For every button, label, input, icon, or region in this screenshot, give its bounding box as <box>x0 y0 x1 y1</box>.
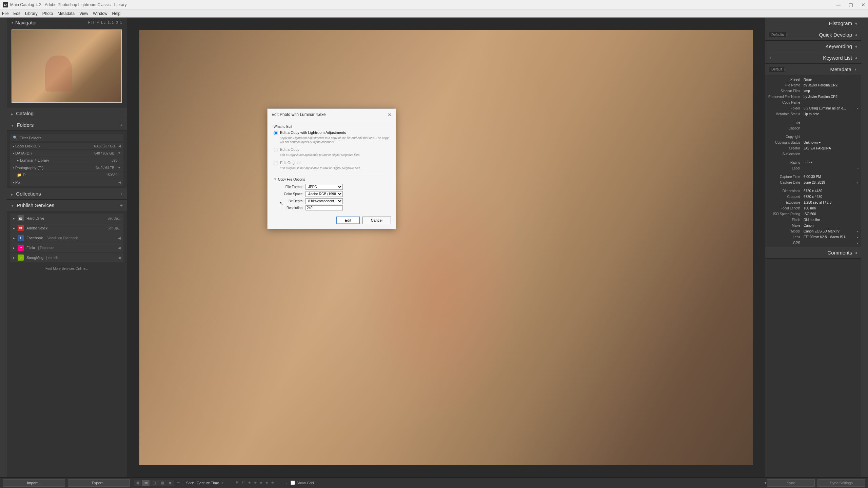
metadata-header[interactable]: Default÷ Metadata▼ <box>765 64 861 75</box>
left-panel-edge[interactable] <box>0 18 7 477</box>
toolbar-dropdown-icon[interactable]: ▼ <box>764 481 767 485</box>
navigator-toggle[interactable]: ▼ <box>11 21 14 24</box>
publish-row[interactable]: ▸fFacebook| Vanelli on Facebook◀ <box>10 233 123 243</box>
metadata-row[interactable]: Copyright StatusUnknown ÷ <box>765 140 861 145</box>
right-panel-edge[interactable] <box>861 18 868 477</box>
painter-icon[interactable]: ✏ <box>177 481 180 485</box>
next-photo-icon[interactable]: → <box>284 481 288 485</box>
metadata-row[interactable]: LensEF100mm f/2.8L Macro IS U▸ <box>765 234 861 240</box>
folder-row[interactable]: ▪ Photography (E:)34.9 / 64 TB▼ <box>10 164 123 171</box>
add-folder-icon[interactable]: + <box>120 122 123 128</box>
metadata-row[interactable]: Copyright <box>765 134 861 140</box>
metadata-row[interactable]: PresetNone <box>765 77 861 82</box>
metadata-row[interactable]: Preserved File Nameby Javier Pardina.CR2 <box>765 94 861 100</box>
folder-row[interactable]: ▪ Pb◀ <box>10 179 123 186</box>
publish-row[interactable]: ▸••Flickr| Exposure◀ <box>10 243 123 252</box>
keywording-header[interactable]: Keywording◀ <box>765 41 861 52</box>
metadata-row[interactable]: Exposure1/250 sec at f / 2.8 <box>765 200 861 205</box>
copy-file-options-toggle[interactable]: ▼ Copy File Options <box>274 178 390 181</box>
color-space-select[interactable]: Adobe RGB (1998) <box>305 191 343 197</box>
flag-pick-icon[interactable]: ⚑ <box>236 481 239 485</box>
maximize-button[interactable]: ▢ <box>849 2 853 7</box>
find-more-services[interactable]: Find More Services Online... <box>7 265 127 272</box>
folder-row[interactable]: ▪ DATA (D:)640 / 932 GB▼ <box>10 150 123 157</box>
resolution-input[interactable] <box>305 205 343 210</box>
image-viewer[interactable] <box>127 18 765 477</box>
prev-photo-icon[interactable]: ← <box>278 481 281 485</box>
metadata-row[interactable]: Rating· · · · · <box>765 160 861 165</box>
metadata-row[interactable]: ModelCanon EOS 5D Mark IV▸ <box>765 228 861 234</box>
navigator-zoom[interactable]: FIT FILL 1:1 3:1 <box>88 21 123 24</box>
menu-library[interactable]: Library <box>25 11 38 16</box>
sort-value[interactable]: Capture Time <box>197 481 219 485</box>
metadata-row[interactable]: Capture Time6:00:30 PM <box>765 174 861 180</box>
view-grid-icon[interactable]: ▦ <box>134 480 141 486</box>
metadata-row[interactable]: Caption <box>765 125 861 131</box>
export-button[interactable]: Export... <box>68 479 130 487</box>
histogram-header[interactable]: Histogram◀ <box>765 18 861 29</box>
menu-photo[interactable]: Photo <box>42 11 53 16</box>
collections-header[interactable]: ▶ Collections + <box>7 188 127 200</box>
filter-folders[interactable]: 🔍 Filter Folders <box>10 134 123 141</box>
comments-header[interactable]: Comments◀ <box>765 247 861 259</box>
metadata-row[interactable]: CreatorJAVIER PARDINA <box>765 145 861 151</box>
metadata-row[interactable]: Sidecar Filesxmp <box>765 88 861 94</box>
close-button[interactable]: ✕ <box>861 2 865 7</box>
folders-header[interactable]: ▼ Folders + <box>7 119 127 131</box>
minimize-button[interactable]: — <box>836 2 841 7</box>
metadata-row[interactable]: File Nameby Javier Pardina.CR2 <box>765 82 861 88</box>
file-format-select[interactable]: JPEG <box>305 184 343 190</box>
menu-help[interactable]: Help <box>112 11 121 16</box>
radio-copy-with-adjustments[interactable] <box>274 131 278 135</box>
publish-row[interactable]: ▸⌣SmugMug| vanelli◀ <box>10 253 123 262</box>
metadata-row[interactable]: Label▫ <box>765 165 861 171</box>
view-loupe-icon[interactable]: ▭ <box>142 480 150 486</box>
publish-header[interactable]: ▼ Publish Services + <box>7 200 127 211</box>
metadata-row[interactable]: Sublocation <box>765 151 861 157</box>
metadata-row[interactable]: Focal Length100 mm <box>765 205 861 211</box>
add-keyword-icon[interactable]: + <box>769 55 772 61</box>
import-button[interactable]: Import... <box>3 479 65 487</box>
menu-edit[interactable]: Edit <box>13 11 20 16</box>
edit-button[interactable]: Edit <box>336 217 360 224</box>
metadata-row[interactable]: Capture DateJune 26, 2019▸ <box>765 180 861 185</box>
metadata-row[interactable]: MakeCanon <box>765 223 861 228</box>
publish-row[interactable]: ▸🖴Hard DriveSet Up... <box>10 214 123 223</box>
metadata-row[interactable]: Copy Name <box>765 100 861 105</box>
menu-file[interactable]: File <box>2 11 8 16</box>
navigator-thumbnail[interactable] <box>12 29 122 103</box>
metadata-row[interactable]: Title <box>765 120 861 125</box>
radio-copy-with-adjustments-label[interactable]: Edit a Copy with Lightroom Adjustments <box>280 130 346 135</box>
folder-row[interactable]: ▪ Local Disk (C:)63.8 / 237 GB◀ <box>10 143 123 149</box>
menu-view[interactable]: View <box>79 11 88 16</box>
metadata-row[interactable]: Folder5.2 Using Luminar as an e...▸ <box>765 105 861 111</box>
metadata-row[interactable]: GPS▸ <box>765 240 861 246</box>
sync-settings-button[interactable]: Sync Settings <box>817 479 865 487</box>
keyword-list-header[interactable]: +Keyword List◀ <box>765 52 861 64</box>
show-grid-checkbox[interactable] <box>291 481 295 485</box>
rating-stars[interactable]: ★ ★ ★ ★ ★ <box>248 481 275 485</box>
metadata-row[interactable]: FlashDid not fire <box>765 217 861 223</box>
view-compare-icon[interactable]: ◫ <box>150 480 158 486</box>
view-people-icon[interactable]: ☻ <box>166 480 174 486</box>
flag-reject-icon[interactable]: ⚐ <box>242 481 245 485</box>
publish-row[interactable]: ▸StAdobe StockSet Up... <box>10 223 123 233</box>
folder-row[interactable]: ▸ Luminar 4 Library596 <box>10 157 123 164</box>
metadata-row[interactable]: Dimensions6720 x 4480 <box>765 188 861 194</box>
menu-window[interactable]: Window <box>93 11 107 16</box>
add-collection-icon[interactable]: + <box>120 191 123 197</box>
view-survey-icon[interactable]: ▤ <box>158 480 166 486</box>
metadata-row[interactable]: Cropped6720 x 4480 <box>765 194 861 200</box>
add-publish-icon[interactable]: + <box>120 203 123 208</box>
menu-metadata[interactable]: Metadata <box>58 11 75 16</box>
metadata-row[interactable]: ISO Speed RatingISO 500 <box>765 211 861 217</box>
window-title: Main Catalog-4-2 - Adobe Photoshop Light… <box>10 2 127 7</box>
cancel-button[interactable]: Cancel <box>362 217 391 224</box>
metadata-row[interactable]: Metadata StatusUp to date <box>765 111 861 117</box>
catalog-header[interactable]: ▶ Catalog <box>7 108 127 119</box>
dialog-close-icon[interactable]: ✕ <box>388 112 392 118</box>
sync-button[interactable]: Sync <box>767 479 815 487</box>
quick-develop-header[interactable]: Defaults÷ Quick Develop◀ <box>765 29 861 41</box>
folder-row[interactable]: 📁 E:150589 <box>10 171 123 179</box>
bit-depth-select[interactable]: 8 bits/component <box>305 198 343 204</box>
